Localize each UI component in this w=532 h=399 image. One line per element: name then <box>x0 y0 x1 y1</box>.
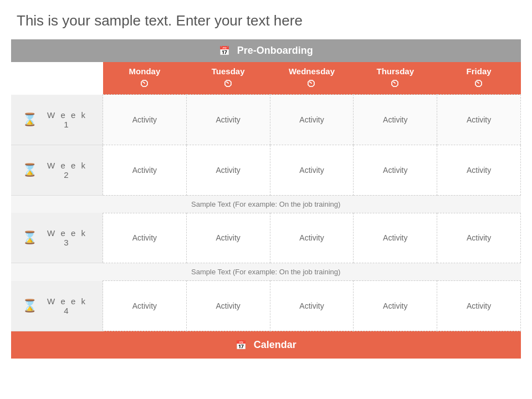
calendar-footer-row: 📅 Calendar <box>11 331 521 359</box>
friday-header: Friday ⏲ <box>437 62 521 95</box>
week-2-day-5-activity: Activity <box>437 145 521 195</box>
calendar-footer: 📅 Calendar <box>11 331 521 359</box>
week-4-label-wrapper: ⌛W e e k 4 <box>16 289 98 323</box>
week-4-day-3-activity: Activity <box>270 281 354 331</box>
tuesday-header: Tuesday ⏲ <box>186 62 270 95</box>
week-2-row: ⌛W e e k 2ActivityActivityActivityActivi… <box>11 145 521 195</box>
week-1-day-4-activity: Activity <box>354 95 437 145</box>
timer-icon-tuesday: ⏲ <box>223 78 233 90</box>
week-1-label-wrapper: ⌛W e e k 1 <box>16 103 98 137</box>
week-1-label-cell: ⌛W e e k 1 <box>11 95 103 145</box>
week-3-sample-text-row: Sample Text (For example: On the job tra… <box>11 263 521 281</box>
week-2-day-4-activity: Activity <box>354 145 437 195</box>
week-4-day-5-activity: Activity <box>437 281 521 331</box>
week-3-label-wrapper: ⌛W e e k 3 <box>16 221 98 255</box>
schedule-table-container: 📅 Pre-Onboarding Monday ⏲ Tuesday ⏲ <box>11 39 521 359</box>
hourglass-icon-week-2: ⌛ <box>22 163 37 177</box>
schedule-body: ⌛W e e k 1ActivityActivityActivityActivi… <box>11 95 521 331</box>
week-1-label-text: W e e k 1 <box>43 110 91 129</box>
week-4-day-1-activity: Activity <box>103 281 187 331</box>
week-2-label-text: W e e k 2 <box>43 161 91 180</box>
preonboarding-label: Pre-Onboarding <box>237 45 313 56</box>
calendar-icon-bottom: 📅 <box>236 340 247 350</box>
week-3-label-cell: ⌛W e e k 3 <box>11 213 103 263</box>
thursday-header: Thursday ⏲ <box>354 62 437 95</box>
week-1-day-3-activity: Activity <box>270 95 354 145</box>
timer-icon-wednesday: ⏲ <box>306 78 316 90</box>
schedule-table: 📅 Pre-Onboarding Monday ⏲ Tuesday ⏲ <box>11 39 521 359</box>
hourglass-icon-week-4: ⌛ <box>22 299 37 313</box>
week-3-day-4-activity: Activity <box>354 213 437 263</box>
week-2-day-1-activity: Activity <box>103 145 187 195</box>
wednesday-header: Wednesday ⏲ <box>270 62 354 95</box>
page-title: This is your sample text. Enter your tex… <box>0 0 532 39</box>
week-1-day-1-activity: Activity <box>103 95 187 145</box>
monday-header: Monday ⏲ <box>103 62 187 95</box>
week-4-row: ⌛W e e k 4ActivityActivityActivityActivi… <box>11 281 521 331</box>
week-3-day-3-activity: Activity <box>270 213 354 263</box>
timer-icon-friday: ⏲ <box>474 78 484 90</box>
week-4-day-4-activity: Activity <box>354 281 437 331</box>
week-1-row: ⌛W e e k 1ActivityActivityActivityActivi… <box>11 95 521 145</box>
calendar-label: Calendar <box>254 339 296 350</box>
hourglass-icon-week-3: ⌛ <box>22 231 37 245</box>
week-4-day-2-activity: Activity <box>186 281 270 331</box>
week-3-row: ⌛W e e k 3ActivityActivityActivityActivi… <box>11 213 521 263</box>
preonboarding-header: 📅 Pre-Onboarding <box>11 39 521 62</box>
week-2-day-2-activity: Activity <box>186 145 270 195</box>
timer-icon-monday: ⏲ <box>140 78 150 90</box>
timer-icon-thursday: ⏲ <box>390 78 400 90</box>
week-3-day-5-activity: Activity <box>437 213 521 263</box>
week-2-label-cell: ⌛W e e k 2 <box>11 145 103 195</box>
week-2-sample-text-row: Sample Text (For example: On the job tra… <box>11 195 521 213</box>
week-2-day-3-activity: Activity <box>270 145 354 195</box>
week-4-label-text: W e e k 4 <box>43 296 91 315</box>
days-header-row: Monday ⏲ Tuesday ⏲ Wednesday ⏲ <box>11 62 521 95</box>
week-3-day-1-activity: Activity <box>103 213 187 263</box>
week-4-label-cell: ⌛W e e k 4 <box>11 281 103 331</box>
empty-header-cell <box>11 62 103 95</box>
calendar-icon-top: 📅 <box>219 46 230 55</box>
week-3-label-text: W e e k 3 <box>43 228 91 247</box>
week-3-sample-text: Sample Text (For example: On the job tra… <box>11 263 521 281</box>
week-2-label-wrapper: ⌛W e e k 2 <box>16 153 98 187</box>
week-1-day-2-activity: Activity <box>186 95 270 145</box>
week-1-day-5-activity: Activity <box>437 95 521 145</box>
preonboarding-header-row: 📅 Pre-Onboarding <box>11 39 521 62</box>
week-3-day-2-activity: Activity <box>186 213 270 263</box>
hourglass-icon-week-1: ⌛ <box>22 112 37 127</box>
week-2-sample-text: Sample Text (For example: On the job tra… <box>11 195 521 213</box>
